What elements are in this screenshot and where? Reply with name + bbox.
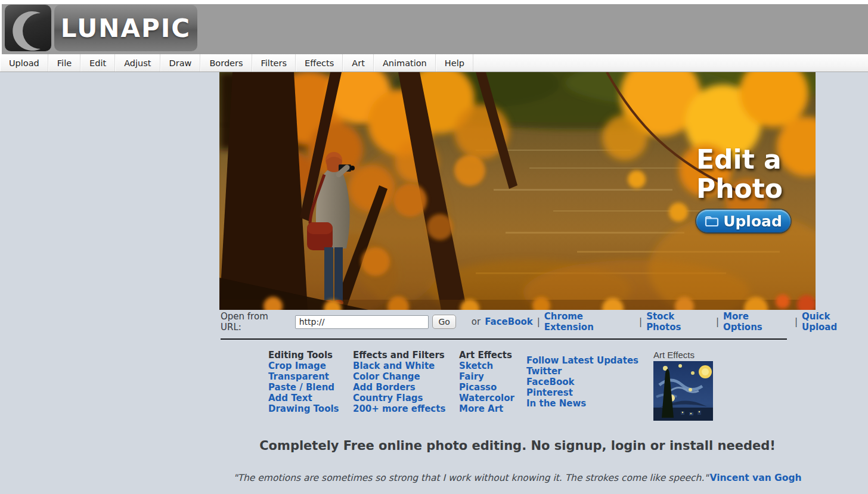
hero-headline: Edit a Photo: [696, 145, 816, 204]
link-facebook-upload[interactable]: FaceBook: [485, 316, 533, 327]
feature-link-columns: Editing Tools Crop Image Transparent Pas…: [268, 350, 868, 421]
menu-item-help[interactable]: Help: [436, 54, 473, 72]
link-crop-image[interactable]: Crop Image: [268, 361, 353, 371]
top-white-strip: [0, 0, 868, 4]
url-input[interactable]: [295, 315, 429, 329]
link-paste-blend[interactable]: Paste / Blend: [268, 382, 353, 393]
hero-upload-button[interactable]: Upload: [696, 210, 790, 232]
link-add-borders[interactable]: Add Borders: [353, 382, 459, 393]
separator: |: [795, 316, 798, 327]
link-black-and-white[interactable]: Black and White: [353, 361, 459, 371]
link-follow-latest-updates[interactable]: Follow Latest Updates: [526, 355, 653, 366]
column-art-effects: Art Effects Sketch Fairy Picasso Waterco…: [459, 350, 526, 421]
hero-headline-line2: Photo: [696, 174, 816, 203]
folder-icon: [705, 216, 719, 227]
lunapic-logo[interactable]: LUNAPIC: [5, 5, 197, 51]
menu-item-art[interactable]: Art: [343, 54, 374, 72]
logo-text-box: LUNAPIC: [54, 5, 197, 51]
hero-headline-line1: Edit a: [696, 145, 816, 174]
quote-row: "The emotions are sometimes so strong th…: [219, 473, 816, 483]
menu-item-adjust[interactable]: Adjust: [115, 54, 160, 72]
link-fairy[interactable]: Fairy: [459, 371, 526, 382]
link-more-options[interactable]: More Options: [723, 311, 790, 333]
column-effects-filters: Effects and Filters Black and White Colo…: [353, 350, 459, 421]
link-stock-photos[interactable]: Stock Photos: [646, 311, 712, 333]
starry-night-thumbnail[interactable]: [653, 361, 713, 421]
separator: |: [716, 316, 719, 327]
column-editing-tools: Editing Tools Crop Image Transparent Pas…: [268, 350, 353, 421]
art-effects-thumbnail-label: Art Effects: [653, 350, 713, 360]
logo-text: LUNAPIC: [61, 14, 191, 43]
moon-icon: [5, 5, 51, 51]
section-divider: [221, 338, 787, 340]
or-text: or: [472, 316, 480, 327]
tagline: Completely Free online photo editing. No…: [219, 439, 816, 453]
go-button[interactable]: Go: [432, 315, 455, 329]
link-color-change[interactable]: Color Change: [353, 371, 459, 382]
link-transparent[interactable]: Transparent: [268, 371, 353, 382]
menu-item-borders[interactable]: Borders: [200, 54, 252, 72]
link-facebook[interactable]: FaceBook: [526, 377, 653, 387]
open-from-url-row: Open from URL: Go or FaceBook | Chrome E…: [221, 314, 868, 330]
separator: |: [639, 316, 642, 327]
link-in-the-news[interactable]: In the News: [526, 398, 653, 409]
menu-item-draw[interactable]: Draw: [160, 54, 201, 72]
column-header: Editing Tools: [268, 350, 353, 361]
menu-item-filters[interactable]: Filters: [252, 54, 296, 72]
menu-item-file[interactable]: File: [48, 54, 80, 72]
column-follow-updates: Follow Latest Updates Twitter FaceBook P…: [526, 350, 653, 421]
link-country-flags[interactable]: Country Flags: [353, 393, 459, 403]
link-chrome-extension[interactable]: Chrome Extension: [544, 311, 635, 333]
hero-upload-label: Upload: [723, 213, 782, 230]
upload-alternative-links: or FaceBook | Chrome Extension | Stock P…: [472, 311, 868, 333]
url-label: Open from URL:: [221, 311, 292, 333]
link-more-art[interactable]: More Art: [459, 403, 526, 414]
link-add-text[interactable]: Add Text: [268, 393, 353, 403]
column-header: Effects and Filters: [353, 350, 459, 361]
art-effects-thumbnail-box: Art Effects: [653, 350, 713, 421]
menu-item-edit[interactable]: Edit: [80, 54, 115, 72]
link-sketch[interactable]: Sketch: [459, 361, 526, 371]
top-banner: LUNAPIC: [0, 4, 868, 54]
quote-text: "The emotions are sometimes so strong th…: [233, 473, 708, 483]
quote-author-link[interactable]: Vincent van Gogh: [710, 473, 802, 483]
menu-item-effects[interactable]: Effects: [296, 54, 343, 72]
link-more-effects[interactable]: 200+ more effects: [353, 403, 459, 414]
menu-item-upload[interactable]: Upload: [0, 54, 48, 72]
link-pinterest[interactable]: Pinterest: [526, 387, 653, 398]
link-drawing-tools[interactable]: Drawing Tools: [268, 403, 353, 414]
link-twitter[interactable]: Twitter: [526, 366, 653, 377]
hero-section: Edit a Photo Upload: [219, 72, 816, 310]
link-picasso[interactable]: Picasso: [459, 382, 526, 393]
column-header: Art Effects: [459, 350, 526, 361]
menu-bar: Upload File Edit Adjust Draw Borders Fil…: [0, 54, 868, 72]
link-watercolor[interactable]: Watercolor: [459, 393, 526, 403]
separator: |: [537, 316, 540, 327]
link-quick-upload[interactable]: Quick Upload: [802, 311, 868, 333]
menu-item-animation[interactable]: Animation: [374, 54, 436, 72]
